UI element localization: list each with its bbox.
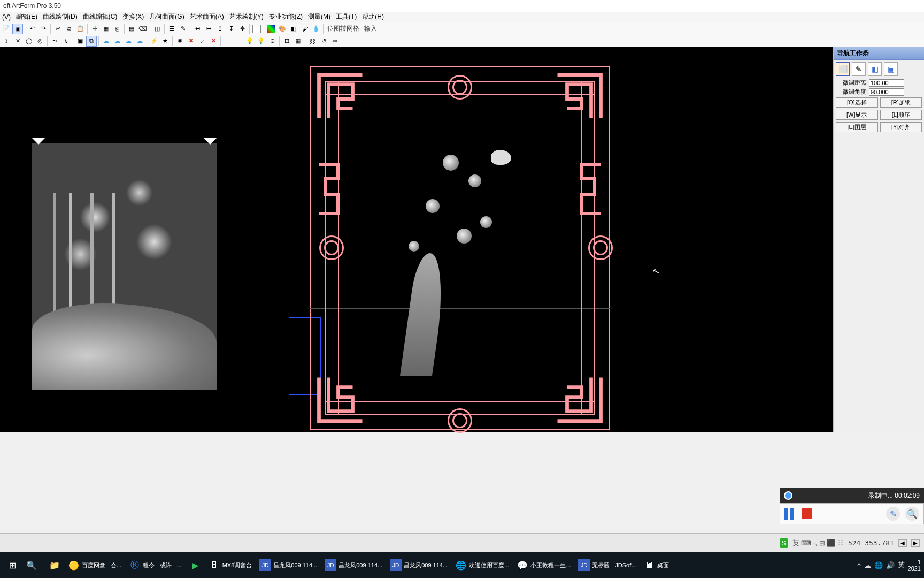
stop-button[interactable] — [802, 508, 812, 519]
new-icon[interactable]: 📄 — [1, 24, 12, 34]
scroll-left-icon[interactable]: ◀ — [898, 539, 907, 547]
tray-cloud-icon[interactable]: ☁ — [864, 561, 871, 569]
curve2-icon[interactable]: ⤹ — [60, 36, 71, 47]
fine-dist-input[interactable] — [869, 79, 904, 87]
clock[interactable]: 1 2021 — [908, 559, 921, 572]
nav-eraser-icon[interactable]: ◧ — [868, 62, 882, 76]
task-mx8[interactable]: 🎚MX8调音台 — [205, 554, 256, 576]
tray-up-icon[interactable]: ^ — [857, 561, 860, 569]
circle-icon[interactable]: ◯ — [24, 36, 34, 47]
cloud1-icon[interactable]: ☁ — [101, 36, 111, 47]
fine-angle-input[interactable] — [869, 88, 904, 96]
chain-icon[interactable]: ⛓ — [307, 36, 318, 47]
btn-order[interactable]: [L]顺序 — [880, 110, 922, 120]
relief-frame[interactable] — [310, 66, 610, 430]
copy2-icon[interactable]: ⎘ — [112, 24, 122, 34]
color-icon[interactable] — [266, 24, 276, 34]
bulb3-icon[interactable]: ⊙ — [267, 36, 278, 47]
fwd-icon[interactable]: ⇨ — [329, 36, 340, 47]
explorer-button[interactable]: 📁 — [45, 554, 64, 576]
btn-align[interactable]: [Y]对齐 — [880, 122, 922, 132]
btn-lock[interactable]: [R]加锁 — [880, 97, 922, 108]
menu-transform[interactable]: 变换(X) — [122, 12, 144, 21]
btn-layer[interactable]: [E]图层 — [836, 122, 878, 132]
nav-select-icon[interactable]: ▣ — [884, 62, 898, 76]
wire-icon[interactable]: ◫ — [152, 24, 163, 34]
bolt-icon[interactable]: ⚡ — [149, 36, 159, 47]
boxsel-icon[interactable]: ⧉ — [86, 36, 97, 47]
star-icon[interactable]: ★ — [160, 36, 171, 47]
search-button[interactable]: 🔍 — [22, 554, 41, 576]
dash-icon[interactable]: ⟋ — [197, 36, 207, 47]
curve1-icon[interactable]: ⤳ — [49, 36, 60, 47]
nav-cube-icon[interactable]: ⬜ — [836, 62, 850, 76]
arrow-right-icon[interactable]: ↦ — [203, 24, 214, 34]
hatch-icon[interactable]: ▤ — [126, 24, 137, 34]
close-red-icon[interactable]: ✕ — [208, 36, 219, 47]
target-icon[interactable]: ◎ — [35, 36, 45, 47]
snap-icon[interactable]: ✛ — [89, 24, 100, 34]
task-jd1[interactable]: JD昌龙凤009 114... — [256, 554, 320, 576]
menu-edit[interactable]: 编辑(E) — [16, 12, 37, 21]
spray-icon[interactable]: ✺ — [174, 36, 185, 47]
box-icon[interactable]: ▣ — [75, 36, 86, 47]
pen-tool-icon[interactable]: ✎ — [886, 507, 900, 521]
bitmap-label[interactable]: 位图转网格 — [325, 24, 361, 33]
copy-icon[interactable]: ⧉ — [64, 24, 74, 34]
ime-badge[interactable]: S — [780, 538, 788, 548]
bulb1-icon[interactable]: 💡 — [244, 36, 255, 47]
menu-help[interactable]: 帮助(H) — [362, 12, 384, 21]
tray-vol-icon[interactable]: 🔊 — [886, 561, 895, 569]
menu-tools[interactable]: 工具(T) — [336, 12, 357, 21]
x-icon[interactable]: ✕ — [12, 36, 23, 47]
bulb2-icon[interactable]: 💡 — [256, 36, 266, 47]
rect-icon[interactable] — [251, 24, 262, 34]
task-jd3[interactable]: JD昌龙凤009 114... — [387, 554, 451, 576]
brush-icon[interactable]: 🖌 — [299, 24, 310, 34]
arrow-down-icon[interactable]: ↧ — [226, 24, 236, 34]
cloud2-icon[interactable]: ☁ — [112, 36, 122, 47]
arrow-left-icon[interactable]: ↤ — [192, 24, 203, 34]
gradient-icon[interactable]: ◧ — [288, 24, 299, 34]
palette-icon[interactable]: 🎨 — [277, 24, 288, 34]
grid3-icon[interactable]: ▦ — [292, 36, 303, 47]
menu-art-draw[interactable]: 艺术绘制(Y) — [229, 12, 264, 21]
task-jdsoft[interactable]: JD无标题 - JDSof... — [575, 554, 639, 576]
camera-icon[interactable] — [784, 491, 792, 500]
menu-curveedit[interactable]: 曲线编辑(C) — [83, 12, 118, 21]
rev-icon[interactable]: ↺ — [318, 36, 329, 47]
relief-bamboo[interactable] — [32, 143, 217, 390]
taskview-button[interactable]: ⊞ — [3, 554, 21, 576]
cloud3-icon[interactable]: ☁ — [123, 36, 134, 47]
trim-icon[interactable]: ⌫ — [137, 24, 148, 34]
cut-icon[interactable]: ✂ — [52, 24, 63, 34]
picker-icon[interactable]: ✎ — [178, 24, 188, 34]
list-icon[interactable]: ☰ — [166, 24, 177, 34]
task-play[interactable]: ▶ — [186, 554, 204, 576]
task-kugou[interactable]: Ⓚ程令 - 或许 - ... — [126, 554, 185, 576]
xtool-icon[interactable]: ✖ — [186, 36, 196, 47]
paste-icon[interactable]: 📋 — [75, 24, 86, 34]
menu-measure[interactable]: 测量(M) — [308, 12, 330, 21]
cloud4-icon[interactable]: ☁ — [134, 36, 145, 47]
grid-icon[interactable]: ▦ — [101, 24, 111, 34]
move-icon[interactable]: ✥ — [237, 24, 248, 34]
task-wechat[interactable]: 💬小王教程一生... — [513, 554, 574, 576]
menu-geom[interactable]: 几何曲面(G) — [149, 12, 184, 21]
zoom-tool-icon[interactable]: 🔍 — [905, 507, 919, 521]
task-baidu[interactable]: 🟡百度网盘 - 会... — [65, 554, 125, 576]
task-browser[interactable]: 🌐欢迎使用百度... — [452, 554, 512, 576]
btn-show[interactable]: [W]显示 — [836, 110, 878, 120]
pause-button[interactable] — [784, 508, 796, 520]
menu-art-surface[interactable]: 艺术曲面(A) — [190, 12, 224, 21]
btn-select[interactable]: [Q]选择 — [836, 97, 878, 108]
task-desktop[interactable]: 🖥桌面 — [640, 554, 672, 576]
arrow-up-icon[interactable]: ↥ — [214, 24, 225, 34]
menu-draw[interactable]: 曲线绘制(D) — [43, 12, 78, 21]
scroll-right-icon[interactable]: ▶ — [911, 539, 920, 547]
menu-pro[interactable]: 专业功能(Z) — [269, 12, 303, 21]
redo-icon[interactable]: ↷ — [38, 24, 49, 34]
tray-lang[interactable]: 英 — [898, 560, 905, 570]
eyedrop-icon[interactable]: 💧 — [311, 24, 321, 34]
canvas[interactable]: ↖ — [0, 47, 833, 432]
